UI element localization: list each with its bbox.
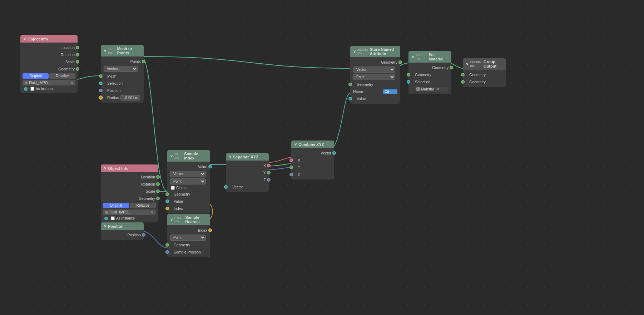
- object-pill-1[interactable]: Fluid_IMPO... ✕: [23, 80, 75, 85]
- checkbox-clamp: Clamp: [167, 185, 210, 191]
- close-object[interactable]: ✕: [70, 81, 73, 85]
- socket-geometry-go-1-in[interactable]: [461, 73, 465, 77]
- socket-x-out[interactable]: [267, 164, 271, 167]
- collapse-icon-cxyz[interactable]: ∨: [294, 142, 297, 147]
- node-separate-xyz-header[interactable]: ∨ Separate XYZ: [226, 153, 269, 161]
- socket-z-out[interactable]: [267, 178, 271, 182]
- input-y-cxyz: Y: [291, 164, 334, 171]
- socket-mesh-in[interactable]: [99, 74, 103, 78]
- node-sample-index-body: Value Vector Point Clamp Geometry Value: [167, 162, 210, 213]
- node-title-sna: Store Named Attribute: [370, 47, 397, 56]
- select-point-sna[interactable]: Point: [353, 74, 395, 80]
- collapse-icon-go[interactable]: ∨: [466, 62, 469, 67]
- socket-position-out[interactable]: [142, 233, 145, 237]
- node-object-info-1-header[interactable]: ∨ Object Info: [20, 35, 78, 43]
- close-material[interactable]: ✕: [436, 87, 439, 91]
- select-point-sn[interactable]: Point: [170, 235, 206, 241]
- input-value-si: Value: [167, 198, 210, 205]
- output-geometry-2: Geometry: [101, 195, 158, 202]
- select-point-si[interactable]: Point: [170, 178, 206, 184]
- tab-relative[interactable]: Relative: [49, 73, 75, 79]
- collapse-icon-sxyz[interactable]: ∨: [229, 154, 232, 159]
- socket-radius-in[interactable]: [98, 95, 103, 100]
- socket-geometry-sn-in[interactable]: [165, 243, 169, 247]
- output-vector-cxyz: Vector: [291, 149, 334, 157]
- socket-value-si-in[interactable]: [165, 200, 169, 203]
- collapse-icon-si[interactable]: ∨: [170, 154, 173, 158]
- output-z: Z: [226, 176, 269, 183]
- collapse-icon-sn[interactable]: ∨: [170, 217, 173, 222]
- socket-vector-sxyz-in[interactable]: [224, 185, 228, 189]
- socket-as-instance-2[interactable]: [104, 217, 108, 220]
- socket-rotation-out[interactable]: [76, 53, 79, 56]
- socket-value-sna-in[interactable]: [348, 97, 352, 100]
- node-mesh-to-points-header[interactable]: ∨ 15 ms Mesh to Points: [101, 45, 144, 56]
- socket-selection-sm-in[interactable]: [407, 80, 410, 84]
- checkbox-as-instance-2-input[interactable]: [111, 216, 115, 220]
- input-material-sm: Material ✕: [408, 85, 451, 93]
- select-vector-si[interactable]: Vector: [170, 171, 206, 177]
- node-store-named-attribute-header[interactable]: ∨ 292969 ms Store Named Attribute: [350, 46, 400, 57]
- tab-relative-2[interactable]: Relative: [130, 203, 156, 208]
- node-combine-xyz-header[interactable]: ∨ Combine XYZ: [291, 141, 334, 148]
- socket-geometry-2-out[interactable]: [156, 197, 160, 200]
- radius-input[interactable]: [120, 95, 140, 100]
- dropdown-vector-si: Vector: [167, 170, 210, 178]
- tab-original-2[interactable]: Original: [103, 203, 129, 208]
- socket-as-instance[interactable]: [24, 87, 28, 91]
- socket-geometry-out[interactable]: [76, 67, 79, 71]
- collapse-icon-sna[interactable]: ∨: [353, 49, 356, 54]
- socket-geometry-sm-in[interactable]: [407, 73, 410, 77]
- socket-scale-2-out[interactable]: [156, 190, 160, 193]
- socket-scale-out[interactable]: [76, 60, 79, 64]
- object-pill-2[interactable]: Fluid_IMPO... ✕: [103, 210, 156, 215]
- checkbox-clamp-input[interactable]: [171, 186, 175, 190]
- socket-points-out[interactable]: [142, 60, 145, 63]
- socket-z-cxyz-in[interactable]: [289, 173, 293, 176]
- socket-y-out[interactable]: [267, 171, 271, 174]
- collapse-icon-2[interactable]: ∨: [104, 166, 106, 171]
- node-set-material-body: Geometry Geometry Selection Material ✕: [408, 63, 451, 94]
- socket-location-out[interactable]: [76, 46, 79, 49]
- node-store-named-attribute-body: Geometry Vector Point Geometry Name Valu…: [350, 57, 400, 104]
- socket-x-cxyz-in[interactable]: [289, 158, 293, 162]
- socket-geometry-sna-out[interactable]: [398, 60, 402, 64]
- socket-geometry-sm-out[interactable]: [450, 66, 453, 69]
- input-geometry-go-2: Geometry: [463, 78, 506, 85]
- node-position-header[interactable]: ∨ Position: [101, 222, 144, 230]
- close-object-2[interactable]: ✕: [151, 210, 154, 214]
- node-object-info-2-header[interactable]: ∨ Object Info: [101, 164, 158, 172]
- node-set-material-header[interactable]: ∨ < 0.1 ms Set Material: [408, 51, 451, 63]
- socket-geometry-si-in[interactable]: [165, 192, 169, 196]
- node-object-info-1: ∨ Object Info Location Rotation Scale Ge…: [20, 35, 78, 93]
- socket-position-in[interactable]: [99, 89, 103, 92]
- select-vector-sna[interactable]: Vector: [353, 67, 395, 73]
- socket-index-si-in[interactable]: [165, 207, 169, 210]
- socket-y-cxyz-in[interactable]: [289, 166, 293, 169]
- tab-original[interactable]: Original: [23, 73, 49, 79]
- name-input-sna[interactable]: [383, 89, 397, 94]
- socket-selection-in[interactable]: [99, 82, 103, 85]
- collapse-icon[interactable]: ∨: [104, 49, 106, 53]
- select-vertices[interactable]: Vertices: [104, 66, 138, 72]
- input-selection: Selection: [101, 80, 144, 87]
- node-group-output-header[interactable]: ∨ 292996 ms Group Output: [463, 58, 506, 70]
- socket-rotation-2-out[interactable]: [156, 182, 160, 186]
- socket-geometry-go-2-in[interactable]: [461, 80, 465, 84]
- socket-location-2-out[interactable]: [156, 175, 160, 179]
- collapse-icon-pos[interactable]: ∨: [104, 224, 106, 228]
- socket-geometry-sna-in[interactable]: [348, 83, 352, 86]
- socket-value-si-out[interactable]: [208, 165, 212, 168]
- input-value-sna: Value: [350, 95, 400, 102]
- node-sample-index-header[interactable]: ∨ 13 ms Sample Index: [167, 150, 210, 162]
- node-sample-nearest-header[interactable]: ∨ < 0.1 ms Sample Nearest: [167, 214, 210, 225]
- collapse-icon-1[interactable]: ∨: [23, 36, 26, 41]
- socket-index-sn-out[interactable]: [208, 228, 212, 232]
- checkbox-as-instance-input[interactable]: [30, 87, 34, 91]
- dropdown-vertices: Vertices: [101, 65, 144, 73]
- socket-vector-cxyz-out[interactable]: [332, 151, 336, 155]
- socket-sample-position-sn-in[interactable]: [165, 250, 169, 254]
- node-combine-xyz-body: Vector X Y Z: [291, 148, 334, 179]
- collapse-icon-sm[interactable]: ∨: [411, 55, 414, 59]
- output-value-si: Value: [167, 163, 210, 170]
